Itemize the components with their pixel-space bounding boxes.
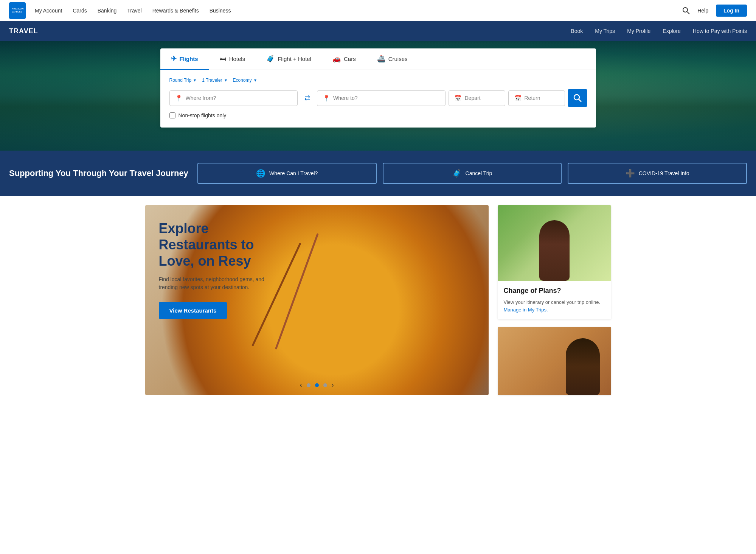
manage-trips-link[interactable]: Manage in My Trips. [504,307,548,313]
support-text: Supporting You Through Your Travel Journ… [9,168,188,179]
trip-type-filter[interactable]: Round Trip ▾ [169,78,196,83]
support-buttons: 🌐 Where Can I Travel? 🧳 Cancel Trip ➕ CO… [197,163,747,184]
sidebar-card-restaurant: Change of Plans? View your itinerary or … [498,205,611,319]
to-input[interactable] [333,95,440,101]
search-button[interactable] [682,7,690,14]
hotels-icon: 🛏 [219,55,226,63]
flights-icon: ✈ [171,54,177,63]
subnav-how-to-pay[interactable]: How to Pay with Points [693,28,747,34]
travelers-filter[interactable]: 1 Traveler ▾ [202,78,227,83]
nav-business[interactable]: Business [210,8,231,14]
from-input[interactable] [186,95,292,101]
cancel-trip-label: Cancel Trip [466,170,492,176]
nonstop-checkbox[interactable] [169,112,175,118]
calendar-depart-icon: 📅 [454,95,462,102]
content-section: Explore Restaurants to Love, on Resy Fin… [136,196,620,404]
carousel-navigation: ‹ › [300,381,334,389]
cars-icon: 🚗 [332,54,341,63]
svg-text:EXPRESS: EXPRESS [12,10,22,12]
travelers-label: 1 Traveler [202,78,222,83]
restaurant-card-image [498,205,611,281]
carousel-dot-2[interactable] [315,383,319,387]
flight-hotel-icon: 🧳 [266,54,275,63]
tab-flights[interactable]: ✈ Flights [160,48,209,70]
carousel-next-button[interactable]: › [332,381,334,389]
travel-subnav: TRAVEL Book My Trips My Profile Explore … [0,21,756,41]
search-box-container: ✈ Flights 🛏 Hotels 🧳 Flight + Hotel 🚗 Ca… [151,41,605,128]
return-date-wrapper: 📅 [508,90,565,106]
tab-cars-label: Cars [344,56,356,62]
man-silhouette [566,338,600,395]
subnav-explore[interactable]: Explore [663,28,680,34]
trip-type-chevron: ▾ [194,78,196,83]
search-inputs: 📍 ⇄ 📍 📅 📅 [169,89,587,107]
woman-silhouette [539,220,570,281]
swap-button[interactable]: ⇄ [301,90,314,106]
nonstop-label[interactable]: Non-stop flights only [179,112,227,118]
svg-point-3 [683,8,688,12]
subnav-links: Book My Trips My Profile Explore How to … [571,28,747,34]
carousel-cta-button[interactable]: View Restaurants [159,302,227,319]
carousel-description: Find local favorites, neighborhood gems,… [159,275,280,291]
class-filter[interactable]: Economy ▾ [233,78,256,83]
search-submit-button[interactable] [568,89,587,107]
sidebar: Change of Plans? View your itinerary or … [498,205,611,395]
tab-hotels-label: Hotels [229,56,245,62]
travelers-chevron: ▾ [225,78,227,83]
nav-my-account[interactable]: My Account [35,8,62,14]
where-travel-label: Where Can I Travel? [269,170,318,176]
nav-rewards[interactable]: Rewards & Benefits [152,8,199,14]
travel-title: TRAVEL [9,27,38,35]
carousel-dot-3[interactable] [323,383,327,387]
covid-info-button[interactable]: ➕ COVID-19 Travel Info [568,163,747,184]
search-form: Round Trip ▾ 1 Traveler ▾ Economy ▾ 📍 [160,70,596,128]
svg-text:AMERICAN: AMERICAN [12,7,23,9]
nav-cards[interactable]: Cards [73,8,87,14]
tab-cruises-label: Cruises [388,56,408,62]
help-link[interactable]: Help [697,8,708,14]
destination-icon: 📍 [323,95,330,102]
tab-cars[interactable]: 🚗 Cars [322,48,366,70]
cancel-trip-button[interactable]: 🧳 Cancel Trip [383,163,562,184]
carousel-prev-button[interactable]: ‹ [300,381,302,389]
svg-point-5 [574,95,579,100]
tab-flight-hotel-label: Flight + Hotel [278,56,311,62]
to-input-wrapper: 📍 [317,90,446,106]
search-filters: Round Trip ▾ 1 Traveler ▾ Economy ▾ [169,78,587,83]
subnav-my-profile[interactable]: My Profile [627,28,650,34]
carousel-title: Explore Restaurants to Love, on Resy [159,220,272,269]
subnav-my-trips[interactable]: My Trips [595,28,615,34]
nav-banking[interactable]: Banking [98,8,117,14]
support-banner: Supporting You Through Your Travel Journ… [0,151,756,196]
hero-section: ✈ Flights 🛏 Hotels 🧳 Flight + Hotel 🚗 Ca… [0,41,756,151]
depart-input[interactable] [465,95,500,101]
return-input[interactable] [525,95,559,101]
carousel-dot-1[interactable] [307,383,310,387]
tab-hotels[interactable]: 🛏 Hotels [209,48,256,70]
class-chevron: ▾ [254,78,256,83]
nav-travel[interactable]: Travel [127,8,141,14]
globe-icon: 🌐 [256,169,265,178]
sidebar-card-text: View your itinerary or cancel your trip … [504,299,605,313]
search-tabs: ✈ Flights 🛏 Hotels 🧳 Flight + Hotel 🚗 Ca… [160,48,596,70]
carousel-content: Explore Restaurants to Love, on Resy Fin… [145,205,489,334]
calendar-return-icon: 📅 [514,95,522,102]
sidebar-card-content: Change of Plans? View your itinerary or … [498,281,611,319]
login-button[interactable]: Log In [716,5,747,17]
amex-logo: AMERICAN EXPRESS [9,2,26,19]
top-nav-right: Help Log In [682,5,747,17]
tab-flight-hotel[interactable]: 🧳 Flight + Hotel [256,48,322,70]
svg-line-6 [579,99,581,102]
where-can-i-travel-button[interactable]: 🌐 Where Can I Travel? [197,163,377,184]
tab-cruises[interactable]: 🚢 Cruises [366,48,418,70]
sidebar-card-title: Change of Plans? [504,287,605,295]
depart-date-wrapper: 📅 [449,90,505,106]
nonstop-row: Non-stop flights only [169,112,587,118]
location-icon: 📍 [175,95,183,102]
luggage-icon: 🧳 [452,169,462,178]
cruises-icon: 🚢 [377,54,385,63]
svg-line-4 [687,12,689,14]
subnav-book[interactable]: Book [571,28,583,34]
top-navigation: AMERICAN EXPRESS My Account Cards Bankin… [0,0,756,21]
class-label: Economy [233,78,252,83]
